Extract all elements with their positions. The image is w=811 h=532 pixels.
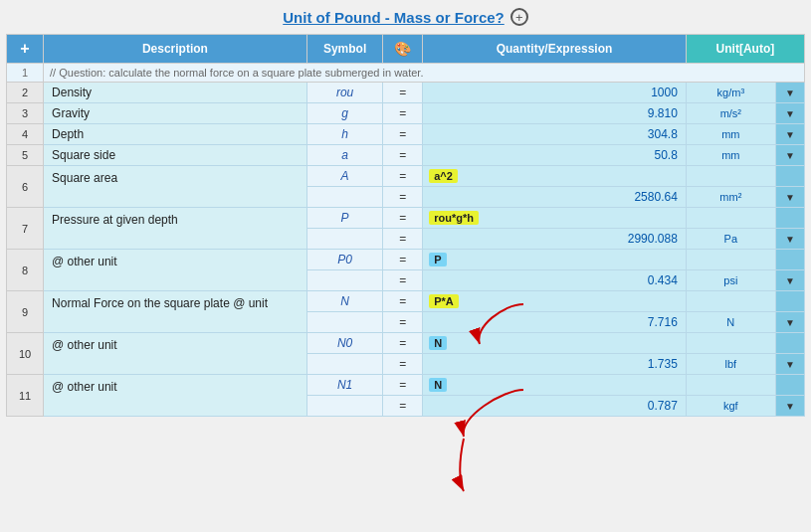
row-num-11: 11 (7, 375, 44, 417)
eq-p02: = (383, 270, 423, 291)
row-num-6: 6 (7, 166, 44, 208)
expr-nforce-tag: P*A (429, 294, 459, 308)
sym-p0-blank (306, 270, 383, 291)
desc-sqside: Square side (44, 145, 307, 166)
expr-p0-tag: P (429, 253, 446, 266)
unit-gravity: m/s² (686, 103, 775, 124)
dropdown-n0[interactable]: ▼ (775, 354, 804, 375)
title-add-button[interactable]: + (510, 8, 528, 26)
row-num-9: 9 (7, 291, 44, 333)
arrow-sqarea1 (775, 166, 804, 187)
eq-n02: = (383, 354, 423, 375)
unit-pressure1 (686, 208, 775, 229)
page-title: Unit of Pound - Mass or Force? + (6, 8, 805, 26)
unit-pressure2: Pa (686, 229, 775, 250)
unit-p01 (686, 250, 775, 270)
unit-depth: mm (686, 124, 775, 145)
comment-text: // Question: calculate the normal force … (44, 64, 805, 83)
header-color-icon[interactable]: 🎨 (383, 35, 423, 64)
table-row: 5 Square side a = 50.8 mm ▼ (7, 145, 805, 166)
dropdown-density[interactable]: ▼ (775, 83, 804, 103)
dropdown-n1[interactable]: ▼ (775, 396, 804, 417)
expr-n0-tag: N (429, 336, 447, 350)
header-add-button[interactable]: + (7, 35, 44, 64)
arrow-n01 (775, 333, 804, 354)
sym-pressure-blank (306, 229, 383, 250)
sym-n1-blank (306, 396, 383, 417)
sym-density: rou (306, 83, 383, 103)
sym-gravity: g (306, 103, 383, 124)
unit-n02: lbf (686, 354, 775, 375)
main-table: + Description Symbol 🎨 Quantity/Expressi… (6, 34, 805, 417)
main-table-wrapper: + Description Symbol 🎨 Quantity/Expressi… (6, 34, 805, 417)
eq-pressure2: = (383, 229, 423, 250)
eq-sqside: = (383, 145, 423, 166)
unit-nforce1 (686, 291, 775, 312)
eq-p01: = (383, 250, 423, 270)
unit-sqside: mm (686, 145, 775, 166)
eq-sqarea2: = (383, 187, 423, 208)
row-num-7: 7 (7, 208, 44, 250)
header-symbol: Symbol (306, 35, 383, 64)
arrow-n11 (775, 375, 804, 396)
expr-pressure: rou*g*h (423, 208, 687, 229)
desc-p0: @ other unit (44, 250, 307, 291)
arrow-p01 (775, 250, 804, 270)
table-row: 10 @ other unit N0 = N (7, 333, 805, 354)
unit-density: kg/m³ (686, 83, 775, 103)
header-quantity: Quantity/Expression (423, 35, 687, 64)
val-nforce: 7.716 (423, 312, 687, 333)
val-sqside: 50.8 (423, 145, 687, 166)
dropdown-depth[interactable]: ▼ (775, 124, 804, 145)
eq-density: = (383, 83, 423, 103)
val-sqarea: 2580.64 (423, 187, 687, 208)
page-title-link[interactable]: Unit of Pound - Mass or Force? (283, 9, 505, 26)
dropdown-nforce[interactable]: ▼ (775, 312, 804, 333)
sym-depth: h (306, 124, 383, 145)
table-row: 9 Normal Force on the square plate @ uni… (7, 291, 805, 312)
expr-sqarea: a^2 (423, 166, 687, 187)
val-pressure: 2990.088 (423, 229, 687, 250)
expr-n1-tag: N (429, 378, 447, 392)
header-unit: Unit[Auto] (686, 35, 804, 64)
eq-n12: = (383, 396, 423, 417)
unit-sqarea2: mm² (686, 187, 775, 208)
unit-nforce2: N (686, 312, 775, 333)
arrow-pressure1 (775, 208, 804, 229)
desc-depth: Depth (44, 124, 307, 145)
sym-n0: N0 (306, 333, 383, 354)
expr-p0: P (423, 250, 687, 270)
table-row: 8 @ other unit P0 = P (7, 250, 805, 270)
table-header: + Description Symbol 🎨 Quantity/Expressi… (7, 35, 805, 64)
dropdown-sqarea[interactable]: ▼ (775, 187, 804, 208)
unit-n11 (686, 375, 775, 396)
dropdown-sqside[interactable]: ▼ (775, 145, 804, 166)
eq-n01: = (383, 333, 423, 354)
sym-nforce-blank (306, 312, 383, 333)
eq-n11: = (383, 375, 423, 396)
dropdown-gravity[interactable]: ▼ (775, 103, 804, 124)
val-gravity: 9.810 (423, 103, 687, 124)
desc-nforce: Normal Force on the square plate @ unit (44, 291, 307, 333)
expr-n1: N (423, 375, 687, 396)
dropdown-p0[interactable]: ▼ (775, 270, 804, 291)
table-row: 4 Depth h = 304.8 mm ▼ (7, 124, 805, 145)
unit-n12: kgf (686, 396, 775, 417)
dropdown-pressure[interactable]: ▼ (775, 229, 804, 250)
expr-sqarea-tag: a^2 (429, 169, 458, 183)
desc-density: Density (44, 83, 307, 103)
sym-p0: P0 (306, 250, 383, 270)
sym-n0-blank (306, 354, 383, 375)
table-row: 7 Pressure at given depth P = rou*g*h (7, 208, 805, 229)
row-num-10: 10 (7, 333, 44, 375)
table-row: 6 Square area A = a^2 (7, 166, 805, 187)
val-density: 1000 (423, 83, 687, 103)
header-description: Description (44, 35, 307, 64)
row-num-3: 3 (7, 103, 44, 124)
desc-sqarea: Square area (44, 166, 307, 208)
table-row: 3 Gravity g = 9.810 m/s² ▼ (7, 103, 805, 124)
sym-pressure: P (306, 208, 383, 229)
val-p0: 0.434 (423, 270, 687, 291)
row-num-5: 5 (7, 145, 44, 166)
expr-nforce: P*A (423, 291, 687, 312)
